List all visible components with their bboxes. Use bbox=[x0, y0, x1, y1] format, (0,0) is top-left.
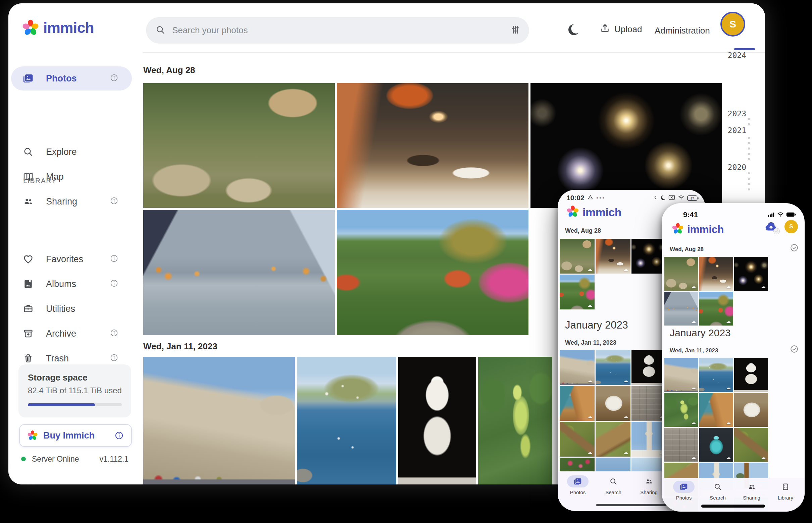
teal-photo[interactable]: ☁ bbox=[699, 428, 733, 462]
buy-immich-button[interactable]: Buy Immich bbox=[19, 424, 132, 447]
cloud-backup-icon: ☁ bbox=[588, 302, 592, 308]
server-status-row: Server Online v1.112.1 bbox=[18, 453, 131, 465]
fire-photo[interactable]: ☁ bbox=[734, 257, 768, 291]
dark-mode-toggle[interactable] bbox=[566, 23, 580, 39]
cloud-backup-icon: ☁ bbox=[691, 420, 696, 425]
wall-photo[interactable]: ☁ bbox=[664, 428, 698, 462]
nav-library[interactable]: Library bbox=[769, 481, 802, 501]
hands-photo[interactable]: ☁ bbox=[664, 292, 698, 326]
rock-photo[interactable]: ☁ bbox=[595, 386, 630, 421]
info-icon[interactable] bbox=[115, 431, 124, 440]
fire-photo[interactable] bbox=[531, 83, 722, 208]
info-icon[interactable] bbox=[110, 254, 118, 264]
sidebar-item-sharing[interactable]: Sharing bbox=[11, 192, 132, 211]
cliff-photo[interactable]: ☁ bbox=[699, 393, 733, 427]
fire-photo[interactable] bbox=[632, 239, 667, 274]
immich-flower-icon bbox=[566, 205, 579, 219]
lizmoss-photo[interactable]: ☁ bbox=[560, 422, 594, 457]
hands-photo[interactable] bbox=[143, 210, 335, 335]
fortress-photo[interactable]: ☁ bbox=[664, 358, 698, 392]
administration-link[interactable]: Administration bbox=[655, 25, 710, 36]
user-avatar[interactable]: S bbox=[784, 220, 798, 233]
bust-photo[interactable] bbox=[734, 358, 768, 392]
svg-text:97: 97 bbox=[691, 197, 694, 200]
park-photo[interactable]: ☁ bbox=[699, 292, 733, 326]
sidebar-item-explore[interactable]: Explore bbox=[11, 143, 132, 161]
dinner-photo[interactable]: ☁ bbox=[699, 257, 733, 291]
park-photo[interactable]: ☁ bbox=[560, 274, 594, 309]
wall-photo[interactable]: ☁ bbox=[632, 386, 667, 421]
cloud-sync-icon[interactable] bbox=[764, 221, 778, 233]
nav-sharing[interactable]: Sharing bbox=[632, 475, 666, 495]
search-input[interactable] bbox=[171, 25, 511, 36]
storage-title: Storage space bbox=[28, 373, 88, 383]
nav-photos[interactable]: Photos bbox=[561, 475, 594, 495]
select-all-check-icon[interactable] bbox=[790, 345, 799, 355]
coast-photo[interactable]: ☁ bbox=[595, 350, 630, 385]
mobile-app-ios: 9:41 bbox=[662, 203, 805, 511]
dinner-photo[interactable]: ☁ bbox=[595, 239, 630, 274]
zoo-photo[interactable] bbox=[143, 83, 335, 208]
grapes-photo[interactable] bbox=[478, 357, 552, 484]
lizbig-photo[interactable]: ☁ bbox=[595, 422, 630, 457]
search-bar[interactable] bbox=[146, 17, 529, 43]
storage-progress bbox=[28, 403, 122, 406]
coast-photo[interactable] bbox=[297, 357, 396, 484]
info-icon[interactable] bbox=[110, 73, 118, 84]
sidebar-item-photos[interactable]: Photos bbox=[11, 66, 132, 91]
user-avatar[interactable]: S bbox=[720, 12, 745, 37]
lizmoss-photo[interactable]: ☁ bbox=[734, 428, 768, 462]
month-header: January 2023 bbox=[670, 327, 731, 339]
bust-photo[interactable] bbox=[398, 357, 476, 484]
nav-photos[interactable]: Photos bbox=[667, 481, 701, 501]
timeline-year-2021[interactable]: 2021 bbox=[728, 126, 746, 135]
fortress-photo[interactable]: ☁ bbox=[560, 350, 594, 385]
info-icon[interactable] bbox=[110, 328, 118, 339]
timeline-ticks bbox=[747, 118, 750, 126]
grapes-photo[interactable]: ☁ bbox=[664, 393, 698, 427]
info-icon[interactable] bbox=[110, 279, 118, 289]
info-icon[interactable] bbox=[110, 196, 118, 206]
timeline-year-2023[interactable]: 2023 bbox=[728, 109, 746, 118]
fortress-photo[interactable] bbox=[143, 357, 295, 484]
photos-icon bbox=[22, 73, 34, 84]
sidebar-item-archive[interactable]: Archive bbox=[11, 324, 132, 343]
library-icon bbox=[775, 481, 796, 493]
rock-photo[interactable] bbox=[734, 393, 768, 427]
sidebar-item-favorites[interactable]: Favorites bbox=[11, 250, 132, 269]
search-filter-icon[interactable] bbox=[511, 25, 520, 36]
sidebar-item-utilities[interactable]: Utilities bbox=[11, 300, 132, 318]
park-photo[interactable] bbox=[337, 210, 529, 335]
zoo-photo[interactable]: ☁ bbox=[560, 239, 594, 274]
upload-button[interactable]: Upload bbox=[595, 23, 642, 36]
photos-icon bbox=[567, 475, 589, 487]
immich-logo[interactable]: immich bbox=[22, 19, 94, 37]
status-bar-time: 9:41 bbox=[683, 211, 698, 219]
timeline-year-2020[interactable]: 2020 bbox=[728, 163, 746, 172]
buy-immich-label: Buy Immich bbox=[43, 431, 94, 441]
flowerpart-photo[interactable] bbox=[560, 458, 594, 472]
skypart-photo[interactable] bbox=[632, 458, 667, 472]
nav-sharing[interactable]: Sharing bbox=[735, 481, 768, 501]
info-icon[interactable] bbox=[110, 353, 118, 363]
coast-photo[interactable]: ☁ bbox=[699, 358, 733, 392]
bust-photo[interactable] bbox=[632, 350, 667, 385]
sidebar-item-albums[interactable]: Albums bbox=[11, 274, 132, 293]
cliff-photo[interactable]: ☁ bbox=[560, 386, 594, 421]
battery-icon: 97 bbox=[687, 195, 698, 201]
bluepart-photo[interactable] bbox=[595, 458, 630, 472]
timeline-year-2024[interactable]: 2024 bbox=[728, 51, 746, 60]
nav-search[interactable]: Search bbox=[701, 481, 735, 501]
dinner-photo[interactable] bbox=[337, 83, 529, 208]
cloud-backup-icon: ☁ bbox=[623, 414, 628, 419]
top-bar: immich bbox=[8, 3, 765, 53]
upload-label: Upload bbox=[615, 24, 642, 35]
church-photo[interactable]: ☁ bbox=[632, 422, 667, 457]
select-all-check-icon[interactable] bbox=[790, 244, 799, 253]
cloud-backup-icon: ☁ bbox=[588, 414, 592, 419]
nav-search[interactable]: Search bbox=[597, 475, 630, 495]
cloud-backup-icon: ☁ bbox=[623, 267, 628, 272]
bottom-nav: Photos Search Sharing bbox=[662, 478, 805, 511]
zoo-photo[interactable]: ☁ bbox=[664, 257, 698, 291]
app-title: immich bbox=[43, 19, 94, 36]
